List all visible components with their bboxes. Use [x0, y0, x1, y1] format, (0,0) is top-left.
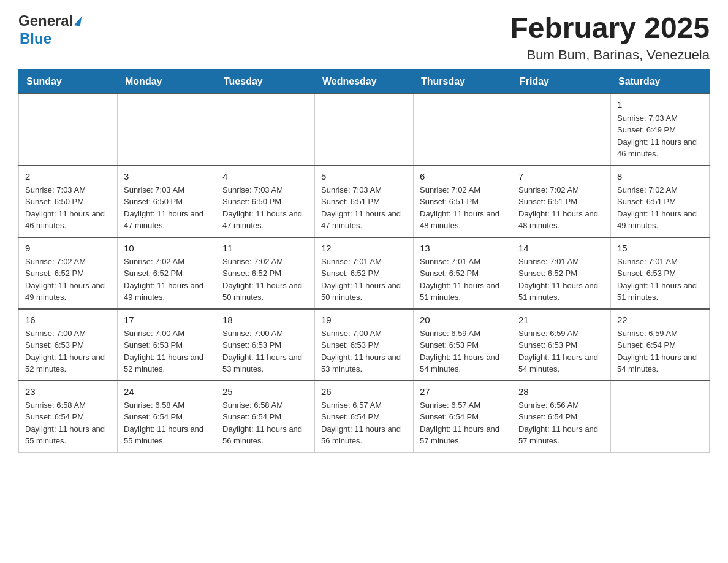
day-info: Sunrise: 7:03 AM Sunset: 6:50 PM Dayligh… [222, 184, 308, 232]
day-info: Sunrise: 7:02 AM Sunset: 6:52 PM Dayligh… [124, 256, 210, 304]
calendar-body: 1Sunrise: 7:03 AM Sunset: 6:49 PM Daylig… [19, 94, 710, 453]
calendar-cell: 18Sunrise: 7:00 AM Sunset: 6:53 PM Dayli… [216, 309, 315, 381]
calendar-cell: 22Sunrise: 6:59 AM Sunset: 6:54 PM Dayli… [611, 309, 710, 381]
calendar-cell: 26Sunrise: 6:57 AM Sunset: 6:54 PM Dayli… [315, 381, 414, 453]
title-area: February 2025 Bum Bum, Barinas, Venezuel… [510, 12, 710, 63]
day-number: 22 [617, 315, 703, 325]
day-number: 7 [518, 171, 604, 182]
day-number: 3 [124, 171, 210, 182]
day-number: 5 [321, 171, 407, 182]
calendar-cell: 15Sunrise: 7:01 AM Sunset: 6:53 PM Dayli… [611, 237, 710, 309]
calendar-week-4: 16Sunrise: 7:00 AM Sunset: 6:53 PM Dayli… [19, 309, 710, 381]
day-info: Sunrise: 6:59 AM Sunset: 6:53 PM Dayligh… [518, 327, 604, 375]
day-info: Sunrise: 6:59 AM Sunset: 6:54 PM Dayligh… [617, 327, 703, 375]
calendar-cell: 20Sunrise: 6:59 AM Sunset: 6:53 PM Dayli… [414, 309, 512, 381]
day-number: 1 [617, 99, 703, 110]
calendar-cell: 10Sunrise: 7:02 AM Sunset: 6:52 PM Dayli… [118, 237, 216, 309]
weekday-header-saturday: Saturday [611, 69, 710, 94]
day-number: 21 [518, 315, 604, 325]
weekday-header-wednesday: Wednesday [315, 69, 414, 94]
location-text: Bum Bum, Barinas, Venezuela [510, 47, 710, 63]
day-number: 2 [25, 171, 111, 182]
month-title: February 2025 [510, 12, 710, 45]
calendar-cell: 28Sunrise: 6:56 AM Sunset: 6:54 PM Dayli… [512, 381, 611, 453]
calendar-cell [19, 94, 118, 166]
day-info: Sunrise: 7:02 AM Sunset: 6:51 PM Dayligh… [420, 184, 506, 232]
day-number: 26 [321, 386, 407, 397]
calendar-cell: 14Sunrise: 7:01 AM Sunset: 6:52 PM Dayli… [512, 237, 611, 309]
calendar-cell [512, 94, 611, 166]
day-number: 10 [124, 243, 210, 253]
calendar-week-1: 1Sunrise: 7:03 AM Sunset: 6:49 PM Daylig… [19, 94, 710, 166]
weekday-header-monday: Monday [118, 69, 216, 94]
calendar-cell: 12Sunrise: 7:01 AM Sunset: 6:52 PM Dayli… [315, 237, 414, 309]
calendar-cell: 7Sunrise: 7:02 AM Sunset: 6:51 PM Daylig… [512, 166, 611, 237]
day-info: Sunrise: 6:57 AM Sunset: 6:54 PM Dayligh… [420, 399, 506, 447]
calendar-cell: 25Sunrise: 6:58 AM Sunset: 6:54 PM Dayli… [216, 381, 315, 453]
logo-triangle-icon [74, 16, 82, 26]
day-info: Sunrise: 7:03 AM Sunset: 6:50 PM Dayligh… [25, 184, 111, 232]
calendar-cell: 5Sunrise: 7:03 AM Sunset: 6:51 PM Daylig… [315, 166, 414, 237]
calendar-cell: 1Sunrise: 7:03 AM Sunset: 6:49 PM Daylig… [611, 94, 710, 166]
day-number: 14 [518, 243, 604, 253]
weekday-header-friday: Friday [512, 69, 611, 94]
day-number: 18 [222, 315, 308, 325]
day-info: Sunrise: 7:00 AM Sunset: 6:53 PM Dayligh… [124, 327, 210, 375]
day-info: Sunrise: 6:58 AM Sunset: 6:54 PM Dayligh… [124, 399, 210, 447]
calendar-cell: 4Sunrise: 7:03 AM Sunset: 6:50 PM Daylig… [216, 166, 315, 237]
day-number: 13 [420, 243, 506, 253]
day-number: 25 [222, 386, 308, 397]
weekday-header-thursday: Thursday [414, 69, 512, 94]
day-info: Sunrise: 7:00 AM Sunset: 6:53 PM Dayligh… [321, 327, 407, 375]
day-number: 20 [420, 315, 506, 325]
weekday-header-sunday: Sunday [19, 69, 118, 94]
calendar-cell: 2Sunrise: 7:03 AM Sunset: 6:50 PM Daylig… [19, 166, 118, 237]
calendar-cell: 6Sunrise: 7:02 AM Sunset: 6:51 PM Daylig… [414, 166, 512, 237]
day-info: Sunrise: 7:02 AM Sunset: 6:52 PM Dayligh… [222, 256, 308, 304]
calendar-cell: 24Sunrise: 6:58 AM Sunset: 6:54 PM Dayli… [118, 381, 216, 453]
calendar-cell: 3Sunrise: 7:03 AM Sunset: 6:50 PM Daylig… [118, 166, 216, 237]
logo-blue-text: Blue [18, 30, 81, 48]
day-number: 23 [25, 386, 111, 397]
day-info: Sunrise: 7:01 AM Sunset: 6:52 PM Dayligh… [321, 256, 407, 304]
calendar-cell [118, 94, 216, 166]
day-number: 12 [321, 243, 407, 253]
day-number: 4 [222, 171, 308, 182]
day-number: 6 [420, 171, 506, 182]
day-info: Sunrise: 7:00 AM Sunset: 6:53 PM Dayligh… [222, 327, 308, 375]
day-number: 19 [321, 315, 407, 325]
calendar-cell [216, 94, 315, 166]
calendar-cell: 13Sunrise: 7:01 AM Sunset: 6:52 PM Dayli… [414, 237, 512, 309]
day-number: 27 [420, 386, 506, 397]
day-info: Sunrise: 7:03 AM Sunset: 6:50 PM Dayligh… [124, 184, 210, 232]
calendar-table: SundayMondayTuesdayWednesdayThursdayFrid… [18, 69, 710, 453]
logo-general-text: General [18, 12, 73, 30]
day-number: 16 [25, 315, 111, 325]
calendar-cell: 8Sunrise: 7:02 AM Sunset: 6:51 PM Daylig… [611, 166, 710, 237]
calendar-cell: 27Sunrise: 6:57 AM Sunset: 6:54 PM Dayli… [414, 381, 512, 453]
calendar-cell: 19Sunrise: 7:00 AM Sunset: 6:53 PM Dayli… [315, 309, 414, 381]
calendar-cell [315, 94, 414, 166]
calendar-cell: 17Sunrise: 7:00 AM Sunset: 6:53 PM Dayli… [118, 309, 216, 381]
day-info: Sunrise: 7:01 AM Sunset: 6:52 PM Dayligh… [420, 256, 506, 304]
day-number: 28 [518, 386, 604, 397]
logo: General Blue [18, 12, 81, 48]
weekday-header-row: SundayMondayTuesdayWednesdayThursdayFrid… [19, 69, 710, 94]
day-info: Sunrise: 6:56 AM Sunset: 6:54 PM Dayligh… [518, 399, 604, 447]
day-number: 9 [25, 243, 111, 253]
day-info: Sunrise: 7:01 AM Sunset: 6:53 PM Dayligh… [617, 256, 703, 304]
day-info: Sunrise: 7:01 AM Sunset: 6:52 PM Dayligh… [518, 256, 604, 304]
calendar-week-3: 9Sunrise: 7:02 AM Sunset: 6:52 PM Daylig… [19, 237, 710, 309]
calendar-cell: 16Sunrise: 7:00 AM Sunset: 6:53 PM Dayli… [19, 309, 118, 381]
day-info: Sunrise: 6:58 AM Sunset: 6:54 PM Dayligh… [222, 399, 308, 447]
calendar-cell [414, 94, 512, 166]
day-info: Sunrise: 6:58 AM Sunset: 6:54 PM Dayligh… [25, 399, 111, 447]
calendar-cell: 9Sunrise: 7:02 AM Sunset: 6:52 PM Daylig… [19, 237, 118, 309]
weekday-header-tuesday: Tuesday [216, 69, 315, 94]
day-info: Sunrise: 7:00 AM Sunset: 6:53 PM Dayligh… [25, 327, 111, 375]
calendar-week-2: 2Sunrise: 7:03 AM Sunset: 6:50 PM Daylig… [19, 166, 710, 237]
day-info: Sunrise: 7:02 AM Sunset: 6:52 PM Dayligh… [25, 256, 111, 304]
day-number: 8 [617, 171, 703, 182]
day-info: Sunrise: 7:02 AM Sunset: 6:51 PM Dayligh… [617, 184, 703, 232]
calendar-cell: 21Sunrise: 6:59 AM Sunset: 6:53 PM Dayli… [512, 309, 611, 381]
